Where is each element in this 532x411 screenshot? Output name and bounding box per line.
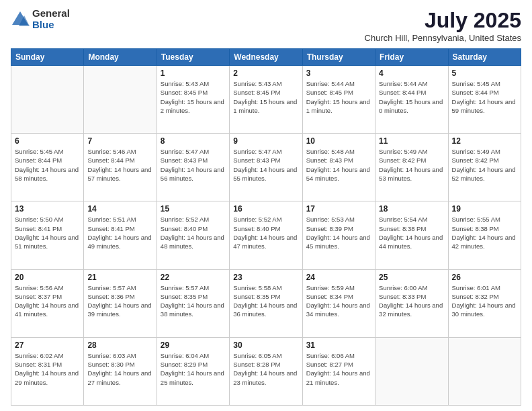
day-info: Sunrise: 6:06 AM Sunset: 8:27 PM Dayligh… (306, 351, 371, 387)
day-number: 22 (161, 273, 226, 282)
logo-text: General Blue (32, 8, 70, 30)
subtitle: Church Hill, Pennsylvania, United States (365, 33, 521, 43)
calendar-header-row: Sunday Monday Tuesday Wednesday Thursday… (11, 49, 521, 66)
day-number: 1 (161, 68, 226, 78)
day-number: 18 (379, 204, 444, 214)
day-number: 19 (452, 204, 517, 214)
calendar-cell-w3-d2: 14Sunrise: 5:51 AM Sunset: 8:41 PM Dayli… (84, 201, 157, 269)
day-number: 20 (15, 273, 80, 282)
col-saturday: Saturday (448, 49, 521, 66)
day-info: Sunrise: 5:48 AM Sunset: 8:43 PM Dayligh… (306, 147, 371, 183)
day-number: 15 (161, 204, 226, 214)
day-info: Sunrise: 5:52 AM Sunset: 8:40 PM Dayligh… (233, 215, 298, 250)
logo: General Blue (11, 8, 70, 30)
day-info: Sunrise: 6:03 AM Sunset: 8:30 PM Dayligh… (87, 351, 152, 387)
day-number: 4 (379, 68, 444, 78)
day-number: 14 (87, 204, 152, 214)
day-number: 13 (15, 204, 80, 214)
day-info: Sunrise: 6:02 AM Sunset: 8:31 PM Dayligh… (15, 351, 80, 387)
day-info: Sunrise: 5:57 AM Sunset: 8:35 PM Dayligh… (161, 283, 226, 319)
day-number: 12 (452, 136, 517, 146)
day-number: 10 (306, 136, 371, 146)
calendar-cell-w4-d4: 23Sunrise: 5:58 AM Sunset: 8:35 PM Dayli… (230, 269, 302, 337)
calendar-cell-w5-d7 (448, 337, 521, 405)
calendar-week-5: 27Sunrise: 6:02 AM Sunset: 8:31 PM Dayli… (11, 337, 521, 405)
calendar-cell-w3-d3: 15Sunrise: 5:52 AM Sunset: 8:40 PM Dayli… (157, 201, 229, 269)
calendar-cell-w1-d4: 2Sunrise: 5:43 AM Sunset: 8:45 PM Daylig… (230, 66, 302, 134)
page: General Blue July 2025 Church Hill, Penn… (0, 0, 532, 411)
calendar-cell-w1-d6: 4Sunrise: 5:44 AM Sunset: 8:44 PM Daylig… (375, 66, 448, 134)
day-number: 29 (161, 340, 226, 350)
logo-general-text: General (32, 8, 70, 19)
day-number: 5 (452, 68, 517, 78)
day-info: Sunrise: 5:43 AM Sunset: 8:45 PM Dayligh… (233, 79, 298, 115)
day-info: Sunrise: 5:50 AM Sunset: 8:41 PM Dayligh… (15, 215, 80, 250)
day-number: 25 (379, 273, 444, 282)
calendar-week-2: 6Sunrise: 5:45 AM Sunset: 8:44 PM Daylig… (11, 134, 521, 201)
day-info: Sunrise: 6:05 AM Sunset: 8:28 PM Dayligh… (233, 351, 298, 387)
day-number: 17 (306, 204, 371, 214)
calendar-cell-w3-d4: 16Sunrise: 5:52 AM Sunset: 8:40 PM Dayli… (230, 201, 302, 269)
calendar-cell-w2-d4: 9Sunrise: 5:47 AM Sunset: 8:43 PM Daylig… (230, 134, 302, 201)
day-number: 23 (233, 273, 298, 282)
day-number: 8 (161, 136, 226, 146)
calendar-cell-w2-d6: 11Sunrise: 5:49 AM Sunset: 8:42 PM Dayli… (375, 134, 448, 201)
day-info: Sunrise: 5:47 AM Sunset: 8:43 PM Dayligh… (233, 147, 298, 183)
calendar-cell-w5-d3: 29Sunrise: 6:04 AM Sunset: 8:29 PM Dayli… (157, 337, 229, 405)
col-sunday: Sunday (11, 49, 84, 66)
calendar-cell-w4-d5: 24Sunrise: 5:59 AM Sunset: 8:34 PM Dayli… (302, 269, 375, 337)
calendar-cell-w3-d6: 18Sunrise: 5:54 AM Sunset: 8:38 PM Dayli… (375, 201, 448, 269)
calendar-cell-w5-d5: 31Sunrise: 6:06 AM Sunset: 8:27 PM Dayli… (302, 337, 375, 405)
day-info: Sunrise: 6:00 AM Sunset: 8:33 PM Dayligh… (379, 283, 444, 319)
calendar-cell-w3-d1: 13Sunrise: 5:50 AM Sunset: 8:41 PM Dayli… (11, 201, 84, 269)
day-number: 26 (452, 273, 517, 282)
calendar-cell-w5-d2: 28Sunrise: 6:03 AM Sunset: 8:30 PM Dayli… (84, 337, 157, 405)
calendar-cell-w1-d5: 3Sunrise: 5:44 AM Sunset: 8:45 PM Daylig… (302, 66, 375, 134)
title-area: July 2025 Church Hill, Pennsylvania, Uni… (365, 8, 521, 43)
calendar-cell-w1-d3: 1Sunrise: 5:43 AM Sunset: 8:45 PM Daylig… (157, 66, 229, 134)
day-info: Sunrise: 5:51 AM Sunset: 8:41 PM Dayligh… (87, 215, 152, 250)
day-info: Sunrise: 5:53 AM Sunset: 8:39 PM Dayligh… (306, 215, 371, 250)
main-title: July 2025 (365, 8, 521, 33)
calendar-cell-w2-d1: 6Sunrise: 5:45 AM Sunset: 8:44 PM Daylig… (11, 134, 84, 201)
calendar-cell-w3-d5: 17Sunrise: 5:53 AM Sunset: 8:39 PM Dayli… (302, 201, 375, 269)
day-number: 3 (306, 68, 371, 78)
day-number: 2 (233, 68, 298, 78)
calendar-cell-w4-d3: 22Sunrise: 5:57 AM Sunset: 8:35 PM Dayli… (157, 269, 229, 337)
day-info: Sunrise: 5:43 AM Sunset: 8:45 PM Dayligh… (161, 79, 226, 115)
col-monday: Monday (84, 49, 157, 66)
calendar-week-3: 13Sunrise: 5:50 AM Sunset: 8:41 PM Dayli… (11, 201, 521, 269)
calendar-cell-w5-d1: 27Sunrise: 6:02 AM Sunset: 8:31 PM Dayli… (11, 337, 84, 405)
day-info: Sunrise: 5:49 AM Sunset: 8:42 PM Dayligh… (452, 147, 517, 183)
day-number: 28 (87, 340, 152, 350)
header: General Blue July 2025 Church Hill, Penn… (11, 8, 521, 43)
day-number: 11 (379, 136, 444, 146)
calendar-cell-w5-d4: 30Sunrise: 6:05 AM Sunset: 8:28 PM Dayli… (230, 337, 302, 405)
day-info: Sunrise: 5:49 AM Sunset: 8:42 PM Dayligh… (379, 147, 444, 183)
day-number: 7 (87, 136, 152, 146)
day-info: Sunrise: 5:46 AM Sunset: 8:44 PM Dayligh… (87, 147, 152, 183)
col-friday: Friday (375, 49, 448, 66)
calendar-cell-w2-d2: 7Sunrise: 5:46 AM Sunset: 8:44 PM Daylig… (84, 134, 157, 201)
col-tuesday: Tuesday (157, 49, 229, 66)
calendar-cell-w4-d6: 25Sunrise: 6:00 AM Sunset: 8:33 PM Dayli… (375, 269, 448, 337)
day-number: 31 (306, 340, 371, 350)
day-info: Sunrise: 5:58 AM Sunset: 8:35 PM Dayligh… (233, 283, 298, 319)
day-number: 6 (15, 136, 80, 146)
calendar-cell-w2-d7: 12Sunrise: 5:49 AM Sunset: 8:42 PM Dayli… (448, 134, 521, 201)
day-info: Sunrise: 5:56 AM Sunset: 8:37 PM Dayligh… (15, 283, 80, 319)
day-info: Sunrise: 5:55 AM Sunset: 8:38 PM Dayligh… (452, 215, 517, 250)
calendar-cell-w1-d7: 5Sunrise: 5:45 AM Sunset: 8:44 PM Daylig… (448, 66, 521, 134)
day-info: Sunrise: 5:59 AM Sunset: 8:34 PM Dayligh… (306, 283, 371, 319)
day-info: Sunrise: 5:52 AM Sunset: 8:40 PM Dayligh… (161, 215, 226, 250)
calendar-cell-w4-d1: 20Sunrise: 5:56 AM Sunset: 8:37 PM Dayli… (11, 269, 84, 337)
calendar-week-4: 20Sunrise: 5:56 AM Sunset: 8:37 PM Dayli… (11, 269, 521, 337)
day-number: 16 (233, 204, 298, 214)
day-info: Sunrise: 5:54 AM Sunset: 8:38 PM Dayligh… (379, 215, 444, 250)
calendar-cell-w4-d7: 26Sunrise: 6:01 AM Sunset: 8:32 PM Dayli… (448, 269, 521, 337)
day-number: 9 (233, 136, 298, 146)
day-number: 24 (306, 273, 371, 282)
day-number: 21 (87, 273, 152, 282)
calendar-cell-w2-d3: 8Sunrise: 5:47 AM Sunset: 8:43 PM Daylig… (157, 134, 229, 201)
day-number: 30 (233, 340, 298, 350)
